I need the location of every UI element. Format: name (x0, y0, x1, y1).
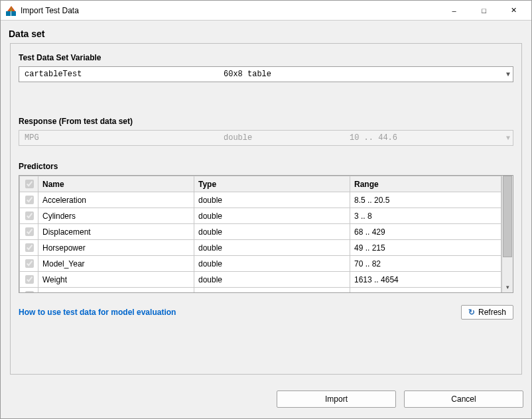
maximize-button[interactable]: □ (469, 1, 499, 20)
dataset-panel: Test Data Set Variable cartableTest 60x8… (10, 43, 522, 375)
cell-range: 8.5 .. 20.5 (350, 192, 501, 208)
scrollbar-thumb[interactable] (503, 176, 512, 257)
response-name: MPG (25, 133, 224, 143)
cell-name: Acceleration (38, 192, 194, 208)
row-checkbox[interactable] (25, 211, 34, 220)
variable-dropdown[interactable]: cartableTest 60x8 table ▼ (19, 66, 513, 82)
response-range: 10 .. 44.6 (350, 133, 397, 143)
response-label: Response (From test data set) (19, 117, 513, 126)
close-button[interactable]: ✕ (499, 1, 529, 20)
refresh-label: Refresh (478, 308, 506, 317)
cell-range: 3 .. 8 (350, 208, 501, 224)
cell-type: double (194, 256, 350, 272)
table-header-row: Name Type Range (20, 176, 501, 192)
table-row[interactable]: Horsepower double 49 .. 215 (20, 240, 501, 256)
row-checkbox[interactable] (25, 275, 34, 284)
scrollbar-vertical[interactable]: ▾ (501, 176, 513, 292)
cell-type: double (194, 240, 350, 256)
row-checkbox[interactable] (25, 259, 34, 268)
variable-size: 60x8 table (224, 70, 350, 79)
help-link[interactable]: How to use test data for model evaluatio… (19, 308, 176, 317)
cell-range: 49 .. 215 (350, 240, 501, 256)
cell-type: double (194, 192, 350, 208)
refresh-icon: ↻ (468, 308, 475, 317)
titlebar: Import Test Data – □ ✕ (1, 1, 531, 21)
col-range[interactable]: Range (350, 176, 501, 192)
cell-name: Model_Year (38, 256, 194, 272)
scrollbar-down-arrow[interactable]: ▾ (502, 281, 513, 292)
svg-rect-0 (6, 11, 11, 16)
chevron-down-icon: ▼ (506, 71, 510, 78)
app-icon (6, 5, 17, 16)
cell-type: double (194, 224, 350, 240)
cell-name: Horsepower (38, 240, 194, 256)
row-checkbox[interactable] (25, 196, 34, 204)
table-row[interactable]: Model_Year double 70 .. 82 (20, 256, 501, 272)
cell-range: 6 unique (350, 288, 501, 293)
refresh-button[interactable]: ↻ Refresh (461, 305, 513, 320)
response-type: double (224, 133, 350, 143)
table-row[interactable]: Origin char 6 unique (20, 288, 501, 293)
response-dropdown: MPG double 10 .. 44.6 ▼ (19, 130, 513, 146)
row-checkbox[interactable] (25, 227, 34, 236)
chevron-down-icon: ▼ (506, 135, 510, 142)
row-checkbox[interactable] (25, 243, 34, 252)
variable-label: Test Data Set Variable (19, 53, 513, 62)
cancel-button[interactable]: Cancel (404, 390, 523, 408)
variable-name: cartableTest (25, 70, 224, 79)
cell-type: double (194, 208, 350, 224)
col-name[interactable]: Name (38, 176, 194, 192)
predictors-table: Name Type Range Acceleration double (19, 175, 513, 293)
row-checkbox[interactable] (25, 291, 34, 292)
window-title: Import Test Data (21, 6, 79, 15)
section-title: Data set (9, 29, 523, 39)
import-button[interactable]: Import (277, 390, 396, 408)
cell-range: 70 .. 82 (350, 256, 501, 272)
cell-range: 68 .. 429 (350, 224, 501, 240)
cell-name: Weight (38, 272, 194, 288)
cell-name: Origin (38, 288, 194, 293)
col-type[interactable]: Type (194, 176, 350, 192)
cell-name: Cylinders (38, 208, 194, 224)
select-all-checkbox-header[interactable] (20, 176, 38, 192)
table-row[interactable]: Weight double 1613 .. 4654 (20, 272, 501, 288)
cell-type: char (194, 288, 350, 293)
predictors-label: Predictors (19, 162, 513, 171)
minimize-button[interactable]: – (439, 1, 469, 20)
svg-rect-1 (11, 11, 16, 16)
table-row[interactable]: Displacement double 68 .. 429 (20, 224, 501, 240)
cell-range: 1613 .. 4654 (350, 272, 501, 288)
table-row[interactable]: Acceleration double 8.5 .. 20.5 (20, 192, 501, 208)
table-row[interactable]: Cylinders double 3 .. 8 (20, 208, 501, 224)
cell-name: Displacement (38, 224, 194, 240)
cell-type: double (194, 272, 350, 288)
